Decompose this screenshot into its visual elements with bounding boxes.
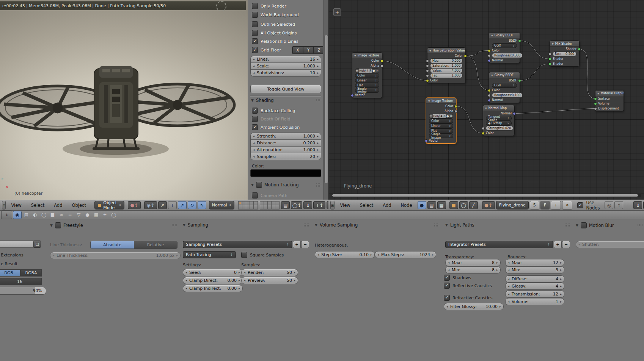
display-option-3[interactable]: All Object Origins [252, 30, 297, 36]
panel-drag-dots[interactable] [303, 223, 309, 227]
unlink-icon[interactable]: ✕ [507, 122, 509, 125]
step-left-arrow[interactable]: ◂ [252, 155, 255, 158]
step-left-arrow[interactable]: ◂ [578, 243, 581, 246]
shader-nodes-button[interactable]: ● [418, 201, 426, 209]
bounces-slider-5[interactable]: ◂Volume:1▸ [505, 298, 564, 305]
motion-blur-header[interactable]: ▼Motion Blur [576, 222, 642, 228]
sampling-count-0[interactable]: ◂Render:50▸ [241, 269, 298, 276]
panel-drag-dots[interactable] [316, 183, 321, 187]
use-nodes-checkbox[interactable]: ✓ [577, 202, 583, 208]
panel-enable-checkbox[interactable] [581, 222, 587, 228]
bounces-slider-2[interactable]: ◂Diffuse:4▸ [505, 275, 564, 283]
layer-cell[interactable] [275, 205, 280, 209]
light-paths-check-1-box[interactable]: ✓ [444, 283, 450, 289]
integrator-dropdown[interactable]: Path Tracing↕ [183, 251, 236, 258]
unlink-image-icon[interactable]: ✕ [449, 114, 453, 118]
uvmap-selector[interactable]: ◆ UVMap✕ [486, 121, 512, 126]
step-right-arrow[interactable]: ▸ [238, 279, 241, 282]
step-right-arrow[interactable]: ▸ [316, 141, 319, 145]
users-count[interactable]: 4 [366, 69, 369, 73]
linestyle-shader-button[interactable]: ╱ [469, 201, 478, 209]
step-left-arrow[interactable]: ◂ [185, 287, 188, 290]
input-socket[interactable] [426, 59, 429, 63]
step-left-arrow[interactable]: ◂ [252, 71, 255, 75]
display-option-0-box[interactable] [252, 3, 258, 9]
step-size-slider[interactable]: ◂Step Size:0.10▸ [315, 251, 375, 258]
physics-tab-icon[interactable]: ◯ [110, 211, 118, 219]
sampling-presets-dropdown[interactable]: Sampling Presets↕ [183, 241, 292, 248]
motion-tracking-section-header[interactable]: ▼Motion Tracking [251, 182, 321, 188]
node-collapse-icon[interactable]: ▼ [428, 100, 430, 102]
step-right-arrow[interactable]: ▸ [499, 305, 502, 308]
light-paths-check-2-box[interactable]: ✓ [444, 295, 450, 301]
filter-glossy-slider[interactable]: ◂Filter Glossy:10.00▸ [444, 303, 504, 310]
step-right-arrow[interactable]: ▸ [293, 279, 296, 282]
step-right-arrow[interactable]: ▸ [559, 292, 562, 296]
step-right-arrow[interactable]: ▸ [316, 64, 319, 68]
step-left-arrow[interactable]: ◂ [447, 268, 450, 272]
sampling-setting-2[interactable]: ◂Clamp Indirect:0.00▸ [183, 285, 243, 292]
render-layers-tab-icon[interactable]: ▤ [22, 211, 30, 219]
square-samples[interactable]: Square Samples [241, 252, 284, 258]
step-left-arrow[interactable]: ◂ [243, 279, 246, 282]
step-right-arrow[interactable]: ▸ [238, 271, 241, 274]
input-socket[interactable] [488, 94, 491, 97]
modifiers-tab-icon[interactable]: ≡ [66, 211, 74, 219]
node-slider[interactable]: Hue:0.500 [430, 58, 463, 63]
shading-option-1-box[interactable] [252, 116, 258, 122]
use-nodes-row[interactable]: ✓Use Nodes [577, 200, 600, 211]
input-socket[interactable] [488, 54, 491, 57]
color-output-socket[interactable] [454, 105, 457, 108]
step-right-arrow[interactable]: ▸ [238, 287, 241, 290]
input-socket[interactable] [426, 69, 429, 72]
camera-path[interactable]: Camera Path [252, 192, 287, 198]
node-collapse-icon[interactable]: ▼ [597, 92, 599, 95]
step-right-arrow[interactable]: ▸ [559, 277, 562, 281]
npanel-scrollbar[interactable] [323, 0, 329, 200]
step-left-arrow[interactable]: ◂ [507, 261, 510, 264]
node-dropdown[interactable]: GGX↕ [492, 43, 517, 48]
constraints-tab-icon[interactable]: ∞ [57, 211, 65, 219]
image-name[interactable]: Holy [433, 114, 440, 118]
step-right-arrow[interactable]: ▸ [496, 261, 499, 264]
display-option-4-box[interactable]: ✓ [252, 38, 258, 44]
grid-axis-y[interactable]: Y [303, 47, 314, 54]
shading-option-0-box[interactable]: ✓ [252, 108, 258, 114]
fake-user-button[interactable]: F [540, 201, 550, 209]
bsdf-output-socket[interactable] [518, 39, 521, 42]
render-tab-icon[interactable]: ◉ [13, 211, 22, 219]
collapse-triangle-icon[interactable]: ▼ [251, 98, 254, 102]
integrator-presets-dropdown[interactable]: Integrator Presets↕ [445, 241, 553, 248]
step-left-arrow[interactable]: ◂ [317, 253, 320, 256]
add-preset-button[interactable]: + [293, 241, 301, 248]
node-slider[interactable]: Fac:0.500 [553, 52, 576, 56]
editor-type-button[interactable]: ▣ [330, 201, 335, 209]
editor-type-button[interactable]: ↕ [1, 211, 12, 219]
image-browse-icon[interactable]: ▤ [429, 114, 433, 118]
translate-manipulator-button[interactable]: ↗ [178, 201, 187, 209]
color-input-socket[interactable] [488, 49, 491, 52]
pin-icon[interactable]: ◎ [605, 201, 613, 209]
collapse-triangle-icon[interactable]: ▼ [183, 223, 185, 227]
collapse-triangle-icon[interactable]: ▼ [445, 223, 448, 227]
normal-map-node[interactable]: ▼Normal MapNormalTangent Space↕◆ UVMap✕S… [483, 105, 515, 136]
shading-option-0[interactable]: ✓Backface Culling [252, 108, 295, 114]
node-dropdown[interactable]: Linear↕ [429, 123, 453, 128]
toggle-option-absolute[interactable]: Absolute [91, 241, 134, 248]
material-preview-dropdown[interactable]: ●↕ [482, 201, 495, 209]
display-option-5-box[interactable]: ✓ [252, 47, 258, 53]
scale-manipulator-button[interactable]: ↗ [198, 201, 206, 209]
color-input-socket[interactable] [482, 132, 485, 135]
grid-slider-1[interactable]: ◂Scale:1.000▸ [251, 63, 321, 70]
normal-input-socket[interactable] [488, 99, 491, 102]
grid-slider-2[interactable]: ◂Subdivisions:10▸ [251, 70, 321, 76]
step-left-arrow[interactable]: ◂ [252, 64, 255, 68]
pivot-point-dropdown[interactable]: ◉↕ [144, 201, 157, 209]
grid-axis-x[interactable]: X [292, 47, 303, 54]
node-slider[interactable]: Value:4.000 [430, 68, 463, 73]
alpha-output-socket[interactable] [454, 110, 457, 113]
step-left-arrow[interactable]: ◂ [377, 253, 380, 256]
world-shader-button[interactable]: ◯ [459, 201, 468, 209]
vector-input-socket[interactable] [351, 94, 354, 97]
light-paths-check-0-box[interactable]: ✓ [444, 275, 450, 281]
